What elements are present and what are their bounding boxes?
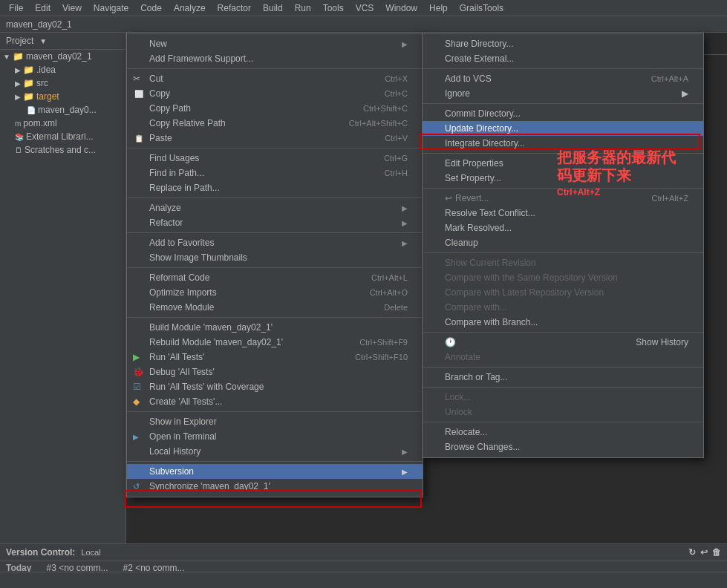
menu-share-directory[interactable]: Share Directory... (423, 36, 703, 51)
sidebar-dropdown-icon[interactable]: ▼ (39, 37, 47, 45)
tree-idea[interactable]: ▶ 📁 .idea (0, 63, 125, 76)
menu-show-history[interactable]: 🕐 Show History (423, 335, 703, 350)
cut-icon: ✂ (133, 74, 140, 84)
menu-build-module[interactable]: Build Module 'maven_day02_1' (127, 320, 423, 335)
menu-reformat-code[interactable]: Reformat Code Ctrl+Alt+L (127, 270, 423, 285)
menu-local-history[interactable]: Local History ▶ (127, 444, 423, 459)
menu-rebuild-module[interactable]: Rebuild Module 'maven_day02_1' Ctrl+Shif… (127, 335, 423, 350)
menu-synchronize[interactable]: ↺ Synchronize 'maven_day02_1' (127, 479, 423, 494)
menu-lock: Lock... (423, 390, 703, 405)
history-clock-icon: 🕐 (445, 337, 456, 347)
menu-code[interactable]: Code (134, 1, 168, 15)
menu-analyze[interactable]: Analyze (168, 1, 212, 15)
menu-add-to-vcs[interactable]: Add to VCS Ctrl+Alt+A (423, 71, 703, 86)
idea-folder-icon: 📁 (23, 65, 34, 75)
menu-file[interactable]: File (3, 1, 29, 15)
subversion-submenu-arrow: ▶ (402, 468, 408, 476)
tree-mavenday[interactable]: 📄 maven_day0... (0, 103, 125, 117)
tree-src[interactable]: ▶ 📁 src (0, 76, 125, 90)
tree-target[interactable]: ▶ 📁 target (0, 90, 125, 103)
vc-toolbar: ↻ ↩ 🗑 (688, 547, 721, 558)
menu-add-to-favorites[interactable]: Add to Favorites ▶ (127, 235, 423, 250)
context-menu-left: New ▶ Add Framework Support... ✂ Cut Ctr… (126, 33, 423, 497)
menu-grailstools[interactable]: GrailsTools (454, 1, 509, 15)
menu-debug-all-tests[interactable]: 🐞 Debug 'All Tests' (127, 365, 423, 379)
sidebar: Project ▼ ▼ 📁 maven_day02_1 ▶ 📁 .idea ▶ … (0, 33, 126, 543)
rsep7 (423, 367, 703, 368)
menu-run-with-coverage[interactable]: ☑ Run 'All Tests' with Coverage (127, 379, 423, 394)
tree-project[interactable]: ▼ 📁 maven_day02_1 (0, 50, 125, 63)
menu-compare-with-branch[interactable]: Compare with Branch... (423, 315, 703, 330)
menu-replace-in-path[interactable]: Replace in Path... (127, 180, 423, 195)
menu-commit-directory[interactable]: Commit Directory... (423, 106, 703, 121)
vc-header-label: Version Control: (6, 547, 75, 558)
sep8 (127, 461, 423, 462)
vc-refresh-icon[interactable]: ↻ (688, 547, 696, 558)
menu-ignore[interactable]: Ignore ▶ (423, 86, 703, 101)
revert-arrow-icon: ↩ (445, 193, 452, 203)
sep6 (127, 317, 423, 318)
tree-external-lib-label: External Librari... (26, 131, 94, 142)
menu-remove-module[interactable]: Remove Module Delete (127, 300, 423, 315)
tree-pom[interactable]: m pom.xml (0, 117, 125, 130)
sep3 (127, 197, 423, 198)
tree-external-lib[interactable]: 📚 External Librari... (0, 130, 125, 143)
menu-refactor[interactable]: Refactor ▶ (127, 215, 423, 230)
menu-relocate[interactable]: Relocate... (423, 425, 703, 440)
sidebar-title: Project (6, 36, 33, 46)
menu-build[interactable]: Build (257, 1, 289, 15)
menu-resolve-text-conflict[interactable]: Resolve Text Conflict... (423, 206, 703, 220)
menu-add-framework[interactable]: Add Framework Support... (127, 51, 423, 66)
menu-copy-relative-path[interactable]: Copy Relative Path Ctrl+Alt+Shift+C (127, 116, 423, 131)
menu-window[interactable]: Window (379, 1, 423, 15)
menu-cut[interactable]: ✂ Cut Ctrl+X (127, 71, 423, 86)
vc-header: Version Control: Local ↻ ↩ 🗑 (0, 544, 727, 561)
vc-undo-icon[interactable]: ↩ (700, 547, 708, 558)
menu-new[interactable]: New ▶ (127, 36, 423, 51)
menu-run-all-tests[interactable]: ▶ Run 'All Tests' Ctrl+Shift+F10 (127, 350, 423, 365)
menu-show-image-thumbnails[interactable]: Show Image Thumbnails (127, 250, 423, 265)
tree-scratches[interactable]: 🗒 Scratches and c... (0, 143, 125, 157)
menu-view[interactable]: View (56, 1, 88, 15)
menu-open-in-terminal[interactable]: ▶ Open in Terminal (127, 429, 423, 444)
menu-paste[interactable]: 📋 Paste Ctrl+V (127, 131, 423, 146)
menu-run[interactable]: Run (289, 1, 317, 15)
menu-edit[interactable]: Edit (29, 1, 56, 15)
menu-vcs[interactable]: VCS (350, 1, 380, 15)
sidebar-header: Project ▼ (0, 33, 125, 50)
menu-cleanup[interactable]: Cleanup (423, 235, 703, 250)
menu-analyze[interactable]: Analyze ▶ (127, 200, 423, 215)
annotation-text: 把服务器的最新代 码更新下来 Ctrl+Alt+Z (557, 148, 676, 197)
scratches-icon: 🗒 (15, 146, 22, 154)
menu-create-external[interactable]: Create External... (423, 51, 703, 66)
pom-file-icon: m (15, 120, 21, 128)
rsep9 (423, 422, 703, 422)
window-title: maven_day02_1 (0, 16, 727, 33)
refactor-submenu-arrow: ▶ (402, 219, 408, 227)
sep7 (127, 411, 423, 412)
menu-copy-path[interactable]: Copy Path Ctrl+Shift+C (127, 101, 423, 116)
vc-delete-icon[interactable]: 🗑 (712, 547, 721, 558)
menu-refactor[interactable]: Refactor (212, 1, 257, 15)
copy-icon: ⬜ (134, 90, 143, 98)
tree-idea-label: .idea (36, 65, 56, 75)
context-menu-right: Share Directory... Create External... Ad… (422, 33, 704, 458)
menu-create-all-tests[interactable]: ◆ Create 'All Tests'... (127, 394, 423, 409)
menu-help[interactable]: Help (423, 1, 454, 15)
menu-find-usages[interactable]: Find Usages Ctrl+G (127, 151, 423, 166)
sep2 (127, 148, 423, 148)
debug-icon: 🐞 (133, 367, 144, 377)
menu-copy[interactable]: ⬜ Copy Ctrl+C (127, 86, 423, 101)
menu-optimize-imports[interactable]: Optimize Imports Ctrl+Alt+O (127, 285, 423, 300)
menu-branch-or-tag[interactable]: Branch or Tag... (423, 370, 703, 385)
menu-show-in-explorer[interactable]: Show in Explorer (127, 414, 423, 429)
menu-navigate[interactable]: Navigate (88, 1, 134, 15)
menu-subversion[interactable]: Subversion ▶ (127, 464, 423, 479)
menu-mark-resolved[interactable]: Mark Resolved... (423, 220, 703, 235)
idea-arrow: ▶ (15, 66, 21, 74)
menu-update-directory[interactable]: Update Directory... (423, 121, 703, 136)
menu-find-in-path[interactable]: Find in Path... Ctrl+H (127, 166, 423, 180)
menu-browse-changes[interactable]: Browse Changes... (423, 440, 703, 454)
menu-tools[interactable]: Tools (317, 1, 350, 15)
target-folder-icon: 📁 (23, 91, 34, 102)
